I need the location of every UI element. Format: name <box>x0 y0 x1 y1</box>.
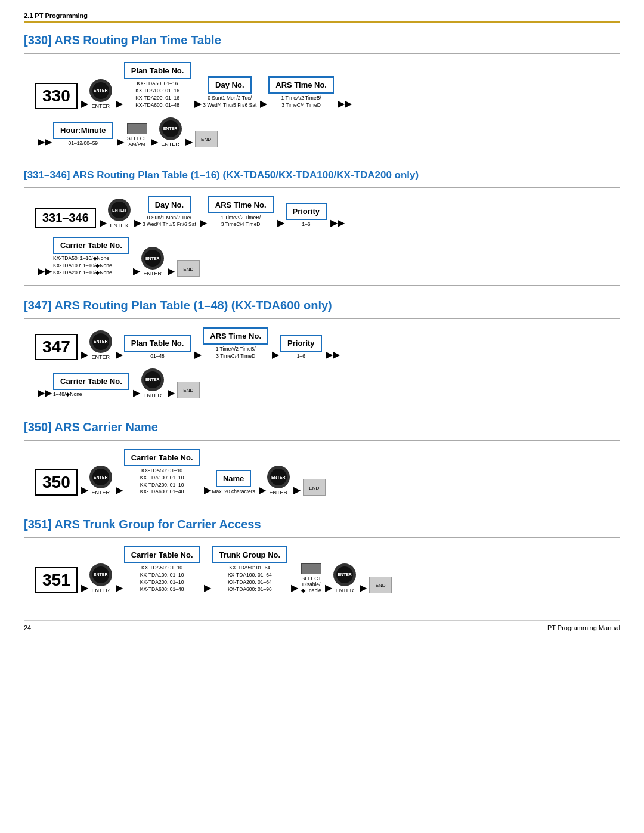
arrow: ▶ <box>116 484 123 496</box>
box-sub: 0 Sun/1 Mon/2 Tue/ 3 Wed/4 Thu/5 Fri/6 S… <box>143 215 196 229</box>
box-sub: KX-TDA50: 01–64 KX-TDA100: 01–64 KX-TDA2… <box>228 565 272 593</box>
diagram-box: 347▶ENTERENTER▶Plan Table No.01–48▶ARS T… <box>24 318 620 407</box>
select-rect <box>301 563 321 574</box>
arrow: ▶ <box>133 265 140 277</box>
select-box: SELECT Disable/ ◆Enable <box>301 563 321 593</box>
box-sub: 01–48 <box>150 353 165 360</box>
arrow: ▶ <box>116 98 123 109</box>
box-title: Trunk Group No. <box>212 546 288 563</box>
box-sub: 1 TimeA/2 TimeB/ 3 TimeC/4 TimeD <box>281 95 321 109</box>
double-arrow: ▶▶ <box>326 349 340 360</box>
arrow: ▶ <box>291 582 298 593</box>
section-347: [347] ARS Routing Plan Table (1–48) (KX-… <box>24 299 620 407</box>
box-sub: KX-TDA50: 01–16 KX-TDA100: 01–16 KX-TDA2… <box>135 80 179 109</box>
arrow: ▶ <box>277 217 284 228</box>
box-title: Plan Table No. <box>124 62 191 79</box>
arrow: ▶ <box>100 217 107 228</box>
enter-button: ENTERENTER <box>159 117 182 147</box>
arrow: ▶ <box>204 582 211 593</box>
page-number: 24 <box>24 624 31 631</box>
carrier-box-sub: 1–48/◆None <box>53 391 82 398</box>
arrow: ▶ <box>151 136 158 147</box>
top-bar: 2.1 PT Programming <box>24 12 620 23</box>
diagram-row-1: ▶▶Carrier Table No.1–48/◆None▶ENTERENTER… <box>35 368 609 398</box>
arrow: ▶ <box>81 484 88 496</box>
end-box: END <box>195 131 218 147</box>
arrow: ▶ <box>116 349 123 360</box>
label-box: Carrier Table No.KX-TDA50: 01–10 KX-TDA1… <box>124 546 200 593</box>
code-number-box: 350 <box>35 469 78 496</box>
section-350: [350] ARS Carrier Name350▶ENTERENTER▶Car… <box>24 420 620 505</box>
arrow: ▶ <box>200 217 207 228</box>
box-title: Carrier Table No. <box>124 546 200 563</box>
enter-button: ENTERENTER <box>267 466 290 496</box>
box-title: ARS Time No. <box>203 327 268 345</box>
double-arrow: ▶▶ <box>38 265 52 277</box>
manual-title: PT Programming Manual <box>547 624 620 631</box>
arrow: ▶ <box>168 387 175 398</box>
label-box: Trunk Group No.KX-TDA50: 01–64 KX-TDA100… <box>212 546 288 593</box>
box-sub: 1–6 <box>302 221 310 228</box>
double-arrow: ▶▶ <box>338 98 352 109</box>
code-number-box: 351 <box>35 567 78 593</box>
arrow: ▶ <box>259 484 266 496</box>
enter-button: ENTERENTER <box>89 330 112 360</box>
carrier-box: Carrier Table No.1–48/◆None <box>53 373 129 398</box>
box-sub: 1–6 <box>297 353 305 360</box>
box-title: Day No. <box>148 196 191 213</box>
label-box: ARS Time No.1 TimeA/2 TimeB/ 3 TimeC/4 T… <box>203 327 268 360</box>
section-330: [330] ARS Routing Plan Time Table330▶ENT… <box>24 33 620 156</box>
enter-button: ENTERENTER <box>141 368 164 398</box>
label-box: Priority1–6 <box>280 335 322 360</box>
section-title: [330] ARS Routing Plan Time Table <box>24 33 620 47</box>
diagram-box: 331–346▶ENTERENTER▶Day No.0 Sun/1 Mon/2 … <box>24 187 620 286</box>
diagram-row-1: ▶▶Hour:Minute01–12/00–59▶SELECT AM/PM▶EN… <box>35 117 609 147</box>
enter-button: ENTERENTER <box>89 79 112 109</box>
enter-button: ENTERENTER <box>333 563 356 593</box>
diagram-box: 351▶ENTERENTER▶Carrier Table No.KX-TDA50… <box>24 537 620 602</box>
box-title: ARS Time No. <box>208 196 274 213</box>
box-sub: 1 TimeA/2 TimeB/ 3 TimeC/4 TimeD <box>221 215 261 229</box>
diagram-row-0: 351▶ENTERENTER▶Carrier Table No.KX-TDA50… <box>35 546 609 593</box>
label-box: Day No.0 Sun/1 Mon/2 Tue/ 3 Wed/4 Thu/5 … <box>203 76 256 109</box>
arrow: ▶ <box>360 582 367 593</box>
box-sub: KX-TDA50: 01–10 KX-TDA100: 01–10 KX-TDA2… <box>140 467 184 496</box>
box-title: Name <box>216 470 251 487</box>
code-number-box: 331–346 <box>35 208 96 228</box>
arrow: ▶ <box>194 349 202 360</box>
section-title: [350] ARS Carrier Name <box>24 420 620 434</box>
diagram-row-0: 330▶ENTERENTER▶Plan Table No.KX-TDA50: 0… <box>35 62 609 109</box>
diagram-row-0: 347▶ENTERENTER▶Plan Table No.01–48▶ARS T… <box>35 327 609 360</box>
label-box: Carrier Table No.KX-TDA50: 01–10 KX-TDA1… <box>124 449 200 496</box>
arrow: ▶ <box>185 136 193 147</box>
label-box: Hour:Minute01–12/00–59 <box>53 122 113 147</box>
box-title: Priority <box>280 335 322 352</box>
code-number-box: 330 <box>35 83 78 109</box>
diagram-box: 330▶ENTERENTER▶Plan Table No.KX-TDA50: 0… <box>24 53 620 156</box>
arrow: ▶ <box>204 484 211 496</box>
label-box: NameMax. 20 characters <box>212 470 255 496</box>
select-rect <box>127 123 147 134</box>
enter-button: ENTERENTER <box>89 563 112 593</box>
section-331-346: [331–346] ARS Routing Plan Table (1–16) … <box>24 169 620 286</box>
label-box: ARS Time No.1 TimeA/2 TimeB/ 3 TimeC/4 T… <box>268 76 334 109</box>
diagram-row-0: 331–346▶ENTERENTER▶Day No.0 Sun/1 Mon/2 … <box>35 196 609 229</box>
arrow: ▶ <box>116 582 123 593</box>
arrow: ▶ <box>134 217 141 228</box>
enter-button: ENTERENTER <box>141 247 164 277</box>
box-title: ARS Time No. <box>268 76 334 94</box>
label-box: Day No.0 Sun/1 Mon/2 Tue/ 3 Wed/4 Thu/5 … <box>143 196 196 229</box>
label-box: Priority1–6 <box>286 203 327 228</box>
arrow: ▶ <box>81 98 88 109</box>
double-arrow: ▶▶ <box>38 136 52 147</box>
carrier-box-sub: KX-TDA50: 1–10/◆None KX-TDA100: 1–10/◆No… <box>53 255 112 277</box>
end-box: END <box>303 479 326 496</box>
arrow: ▶ <box>293 484 301 496</box>
arrow: ▶ <box>194 98 202 109</box>
label-box: Plan Table No.01–48 <box>124 335 191 360</box>
carrier-box: Carrier Table No.KX-TDA50: 1–10/◆None KX… <box>53 237 129 277</box>
end-box: END <box>177 382 200 398</box>
box-sub: KX-TDA50: 01–10 KX-TDA100: 01–10 KX-TDA2… <box>140 565 184 593</box>
diagram-row-1: ▶▶Carrier Table No.KX-TDA50: 1–10/◆None … <box>35 237 609 277</box>
enter-button: ENTERENTER <box>89 466 112 496</box>
